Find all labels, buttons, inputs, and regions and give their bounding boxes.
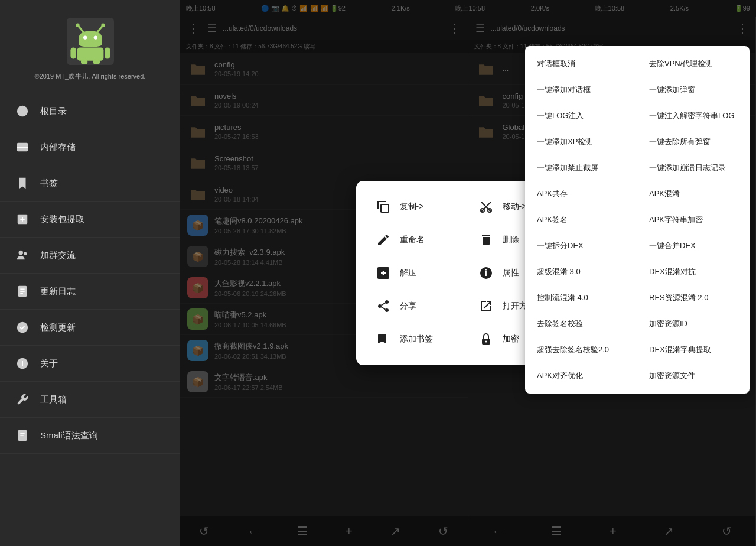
context-menu-row: 一键添加禁止截屏 一键添加崩溃日志记录: [525, 155, 750, 181]
context-item-right[interactable]: APK混淆: [637, 181, 750, 207]
context-item-right[interactable]: APK字符串加密: [637, 207, 750, 233]
context-menu-row: 一键拆分DEX 一键合并DEX: [525, 233, 750, 259]
nav-item-label: 加群交流: [40, 250, 76, 261]
context-item-right[interactable]: RES资源混淆 2.0: [637, 285, 750, 311]
nav-item-label: Smali语法查询: [40, 430, 98, 441]
context-item-right[interactable]: 加密资源ID: [637, 311, 750, 337]
rename-icon: [375, 232, 392, 248]
svg-text:i: i: [21, 359, 24, 368]
svg-rect-9: [105, 47, 110, 58]
nav-item-label: 书签: [40, 178, 58, 189]
svg-rect-28: [381, 204, 389, 212]
context-menu-row: APK签名 APK字符串加密: [525, 207, 750, 233]
tools-icon: [14, 391, 31, 408]
context-item-right[interactable]: 一键去除所有弹窗: [637, 129, 750, 155]
about-icon: i: [14, 355, 31, 372]
copy-icon: [375, 199, 392, 215]
android-logo-icon: [67, 18, 114, 65]
sidebar-header: ©2019 MT_吹牛儿. All rights reserved.: [0, 0, 180, 93]
svg-text:i: i: [485, 268, 487, 278]
context-item-left[interactable]: 一键LOG注入: [525, 103, 637, 129]
action-bookmark[interactable]: 添加书签: [366, 323, 468, 356]
context-item-left[interactable]: APK对齐优化: [525, 363, 637, 389]
svg-point-17: [24, 252, 27, 256]
sidebar-item-about[interactable]: i 关于: [0, 346, 180, 382]
svg-point-42: [485, 341, 487, 343]
context-item-left[interactable]: 一键添加XP检测: [525, 129, 637, 155]
svg-rect-7: [77, 47, 103, 60]
context-item-left[interactable]: 控制流混淆 4.0: [525, 285, 637, 311]
context-menu-row: 控制流混淆 4.0 RES资源混淆 2.0: [525, 285, 750, 311]
context-item-right[interactable]: 去除VPN/代理检测: [637, 51, 750, 77]
svg-point-12: [17, 106, 28, 116]
context-menu: 对话框取消 去除VPN/代理检测 一键添加对话框 一键添加弹窗 一键LOG注入 …: [525, 46, 750, 394]
action-rename[interactable]: 重命名: [366, 223, 468, 256]
context-item-left[interactable]: 去除签名校验: [525, 311, 637, 337]
nav-item-label: 安装包提取: [40, 214, 84, 225]
sidebar: ©2019 MT_吹牛儿. All rights reserved. 根目录 内…: [0, 0, 180, 546]
sidebar-item-log[interactable]: 更新日志: [0, 274, 180, 310]
context-menu-row: 对话框取消 去除VPN/代理检测: [525, 51, 750, 77]
context-menu-row: 超强去除签名校验2.0 DEX混淆字典提取: [525, 337, 750, 363]
context-item-left[interactable]: APK共存: [525, 181, 637, 207]
nav-item-label: 关于: [40, 358, 58, 369]
sidebar-item-check[interactable]: 检测更新: [0, 310, 180, 346]
context-item-right[interactable]: 一键添加弹窗: [637, 77, 750, 103]
action-label: 删除: [503, 235, 519, 245]
sidebar-item-smali[interactable]: Smali语法查询: [0, 418, 180, 454]
context-item-left[interactable]: 一键添加对话框: [525, 77, 637, 103]
sidebar-nav: 根目录 内部存储 书签 安装包提取 加群交流 更新日志 检测更新 i: [0, 93, 180, 546]
svg-point-3: [76, 24, 79, 27]
action-label: 移动->: [503, 202, 527, 212]
group-icon: [14, 247, 31, 264]
apk-icon: [14, 211, 31, 228]
lock-icon: [478, 331, 494, 347]
svg-point-22: [17, 322, 28, 333]
context-item-left[interactable]: 一键拆分DEX: [525, 233, 637, 259]
svg-line-39: [381, 307, 385, 310]
sidebar-item-group[interactable]: 加群交流: [0, 238, 180, 274]
log-icon: [14, 283, 31, 300]
share-icon: [375, 298, 392, 314]
sidebar-item-apk[interactable]: 安装包提取: [0, 202, 180, 238]
delete-icon: [478, 232, 494, 248]
action-extract[interactable]: 解压: [366, 256, 468, 290]
nav-item-label: 工具箱: [40, 394, 67, 405]
sidebar-item-tools[interactable]: 工具箱: [0, 382, 180, 418]
action-label: 加密: [503, 334, 519, 344]
context-menu-row: 去除签名校验 加密资源ID: [525, 311, 750, 337]
svg-rect-10: [81, 59, 87, 64]
context-menu-row: 超级混淆 3.0 DEX混淆对抗: [525, 259, 750, 285]
action-label: 添加书签: [400, 334, 433, 344]
context-item-left[interactable]: 对话框取消: [525, 51, 637, 77]
context-item-left[interactable]: 一键添加禁止截屏: [525, 155, 637, 181]
action-label: 属性: [503, 268, 519, 278]
sidebar-item-internal[interactable]: 内部存储: [0, 129, 180, 165]
context-item-left[interactable]: APK签名: [525, 207, 637, 233]
svg-rect-8: [70, 47, 76, 58]
smali-icon: [14, 427, 31, 444]
bookmark-icon: [14, 175, 31, 191]
action-copy[interactable]: 复制->: [366, 190, 468, 223]
storage-icon: [14, 139, 31, 155]
context-item-right[interactable]: 一键注入解密字符串LOG: [637, 103, 750, 129]
action-label: 重命名: [400, 235, 425, 245]
context-menu-row: 一键添加对话框 一键添加弹窗: [525, 77, 750, 103]
action-label: 复制->: [400, 202, 424, 212]
context-item-right[interactable]: 加密资源文件: [637, 363, 750, 389]
context-item-right[interactable]: 一键合并DEX: [637, 233, 750, 259]
svg-point-4: [101, 24, 105, 27]
context-item-right[interactable]: 一键添加崩溃日志记录: [637, 155, 750, 181]
svg-rect-11: [93, 59, 99, 64]
nav-item-label: 检测更新: [40, 322, 76, 333]
sidebar-item-root[interactable]: 根目录: [0, 93, 180, 129]
nav-item-label: 更新日志: [40, 286, 76, 297]
context-menu-row: APK共存 APK混淆: [525, 181, 750, 207]
action-share[interactable]: 分享: [366, 290, 468, 323]
context-item-left[interactable]: 超级混淆 3.0: [525, 259, 637, 285]
context-item-right[interactable]: DEX混淆字典提取: [637, 337, 750, 363]
context-item-right[interactable]: DEX混淆对抗: [637, 259, 750, 285]
svg-point-5: [83, 35, 87, 39]
sidebar-item-bookmark[interactable]: 书签: [0, 165, 180, 202]
context-item-left[interactable]: 超强去除签名校验2.0: [525, 337, 637, 363]
